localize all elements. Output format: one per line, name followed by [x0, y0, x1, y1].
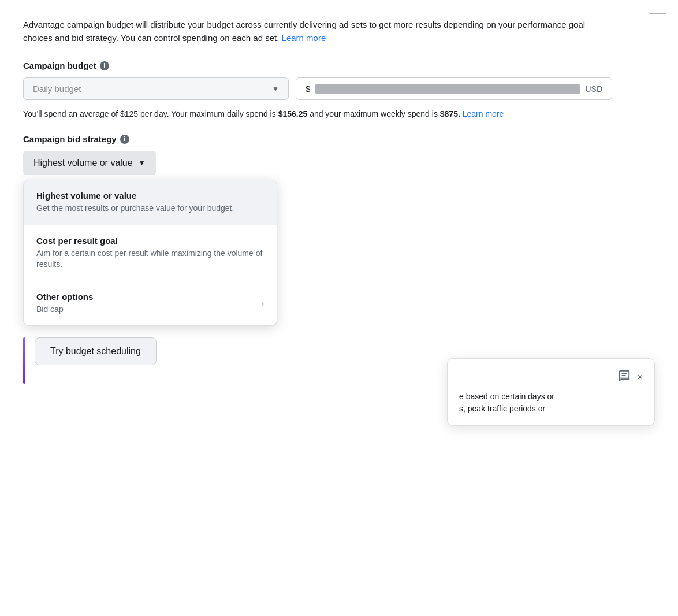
- currency-label: USD: [585, 84, 602, 94]
- dropdown-item-cost-per-result-desc: Aim for a certain cost per result while …: [36, 248, 264, 270]
- intro-learn-more-link[interactable]: Learn more: [282, 33, 326, 43]
- popup-card: × e based on certain days ors, peak traf…: [447, 358, 655, 426]
- budget-row: Daily budget ▼ $ USD: [23, 77, 612, 100]
- spend-note-bold1: $156.25: [278, 109, 308, 118]
- budget-type-placeholder: Daily budget: [33, 84, 81, 94]
- dropdown-item-other-options-row: Other options Bid cap ›: [36, 292, 264, 316]
- dropdown-item-other-options-arrow-icon: ›: [261, 299, 264, 308]
- campaign-budget-info-icon[interactable]: i: [100, 61, 109, 70]
- page-container: Advantage campaign budget will distribut…: [0, 0, 678, 616]
- dropdown-item-other-options-content: Other options Bid cap: [36, 292, 93, 316]
- dropdown-item-other-options-title: Other options: [36, 292, 93, 302]
- bid-strategy-dropdown-arrow-icon: ▼: [139, 159, 146, 167]
- dollar-sign: $: [306, 84, 310, 94]
- campaign-budget-label-text: Campaign budget: [23, 61, 96, 70]
- budget-type-chevron-icon: ▼: [272, 85, 279, 93]
- bid-strategy-selected-label: Highest volume or value: [33, 158, 133, 168]
- left-accent-decoration: [23, 337, 25, 384]
- dropdown-item-highest-volume-title: Highest volume or value: [36, 191, 264, 201]
- popup-card-text: e based on certain days ors, peak traffi…: [459, 391, 643, 415]
- bid-strategy-section-label: Campaign bid strategy i: [23, 134, 612, 144]
- dropdown-item-highest-volume-desc: Get the most results or purchase value f…: [36, 203, 264, 214]
- try-budget-scheduling-button[interactable]: Try budget scheduling: [35, 337, 157, 365]
- svg-rect-0: [619, 371, 629, 378]
- intro-paragraph: Advantage campaign budget will distribut…: [23, 18, 612, 44]
- dropdown-item-highest-volume[interactable]: Highest volume or value Get the most res…: [24, 180, 277, 225]
- dropdown-item-other-options[interactable]: Other options Bid cap ›: [24, 281, 277, 326]
- spend-note-learn-more-link[interactable]: Learn more: [463, 109, 504, 118]
- dropdown-item-other-options-desc: Bid cap: [36, 304, 93, 316]
- content-area: Advantage campaign budget will distribut…: [0, 0, 635, 407]
- bid-strategy-section: Campaign bid strategy i Highest volume o…: [23, 134, 612, 326]
- spend-note-bold2: $875.: [440, 109, 460, 118]
- bid-strategy-dropdown-menu: Highest volume or value Get the most res…: [23, 180, 277, 326]
- top-line-decoration: [649, 13, 666, 14]
- campaign-budget-section-label: Campaign budget i: [23, 61, 612, 70]
- popup-close-button[interactable]: ×: [638, 372, 643, 383]
- popup-card-header: ×: [459, 369, 643, 385]
- bid-strategy-info-icon[interactable]: i: [120, 135, 129, 144]
- bid-strategy-dropdown-button[interactable]: Highest volume or value ▼: [23, 151, 156, 175]
- budget-amount-blurred: [315, 84, 580, 94]
- dropdown-item-cost-per-result[interactable]: Cost per result goal Aim for a certain c…: [24, 225, 277, 281]
- budget-amount-field[interactable]: $ USD: [296, 77, 612, 100]
- spend-note-text2b: and your maximum weekly spend is: [310, 109, 438, 118]
- comment-icon: [618, 369, 631, 385]
- spend-note: You'll spend an average of $125 per day.…: [23, 108, 612, 120]
- dropdown-item-cost-per-result-title: Cost per result goal: [36, 236, 264, 246]
- budget-type-select[interactable]: Daily budget ▼: [23, 77, 289, 100]
- spend-note-text1: You'll spend an average of $125 per day.…: [23, 109, 276, 118]
- bid-strategy-label-text: Campaign bid strategy: [23, 134, 117, 144]
